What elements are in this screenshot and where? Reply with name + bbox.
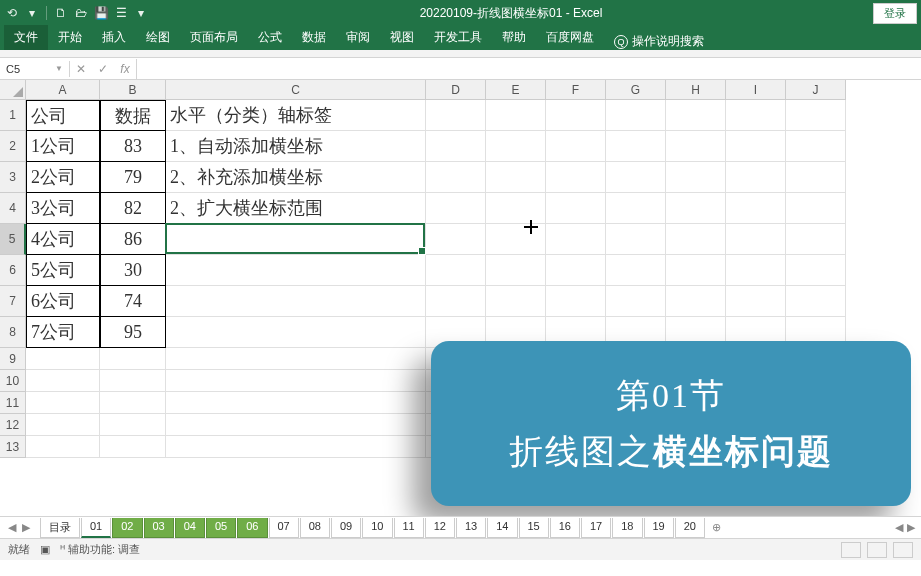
row-header-4[interactable]: 4 <box>0 193 26 224</box>
view-pagebreak-button[interactable] <box>893 542 913 558</box>
name-box[interactable]: C5 ▼ <box>0 61 70 77</box>
cell-G7[interactable] <box>606 286 666 317</box>
cell-J3[interactable] <box>786 162 846 193</box>
cell-F6[interactable] <box>546 255 606 286</box>
hscroll-right-icon[interactable]: ▶ <box>907 521 915 534</box>
accessibility-status[interactable]: ᴴ 辅助功能: 调查 <box>60 542 140 557</box>
cell-E1[interactable] <box>486 100 546 131</box>
cell-C9[interactable] <box>166 348 426 370</box>
sheet-tab-08[interactable]: 08 <box>300 518 330 538</box>
cell-C11[interactable] <box>166 392 426 414</box>
cell-C13[interactable] <box>166 436 426 458</box>
cell-E6[interactable] <box>486 255 546 286</box>
col-header-A[interactable]: A <box>26 80 100 100</box>
cell-H6[interactable] <box>666 255 726 286</box>
login-button[interactable]: 登录 <box>873 3 917 24</box>
worksheet-grid[interactable]: ABCDEFGHIJ 12345678910111213 公司数据水平（分类）轴… <box>0 80 921 516</box>
select-all-cell[interactable] <box>0 80 26 100</box>
row-header-6[interactable]: 6 <box>0 255 26 286</box>
cell-J7[interactable] <box>786 286 846 317</box>
qat-customize-icon[interactable]: ▾ <box>133 5 149 21</box>
cell-G4[interactable] <box>606 193 666 224</box>
cell-H7[interactable] <box>666 286 726 317</box>
cancel-formula-icon[interactable]: ✕ <box>70 59 92 79</box>
tab-file[interactable]: 文件 <box>4 25 48 50</box>
cell-I5[interactable] <box>726 224 786 255</box>
cell-A13[interactable] <box>26 436 100 458</box>
sheet-tab-09[interactable]: 09 <box>331 518 361 538</box>
cell-I3[interactable] <box>726 162 786 193</box>
cell-F3[interactable] <box>546 162 606 193</box>
file-open-icon[interactable]: 🗁 <box>73 5 89 21</box>
cell-F5[interactable] <box>546 224 606 255</box>
cell-I7[interactable] <box>726 286 786 317</box>
sheet-tab-01[interactable]: 01 <box>81 518 111 538</box>
cell-data-C4[interactable]: 2、扩大横坐标范围 <box>166 193 426 224</box>
row-header-8[interactable]: 8 <box>0 317 26 348</box>
tab-data[interactable]: 数据 <box>292 25 336 50</box>
cell-data-C8[interactable] <box>166 317 426 348</box>
sheet-tab-13[interactable]: 13 <box>456 518 486 538</box>
row-header-1[interactable]: 1 <box>0 100 26 131</box>
hscroll-left-icon[interactable]: ◀ <box>895 521 903 534</box>
sheet-tab-07[interactable]: 07 <box>269 518 299 538</box>
cell-B10[interactable] <box>100 370 166 392</box>
cell-data-B2[interactable]: 83 <box>100 131 166 162</box>
sheet-tab-11[interactable]: 11 <box>394 518 424 538</box>
row-header-12[interactable]: 12 <box>0 414 26 436</box>
cell-D4[interactable] <box>426 193 486 224</box>
cell-D7[interactable] <box>426 286 486 317</box>
row-header-5[interactable]: 5 <box>0 224 26 255</box>
sheet-tab-目录[interactable]: 目录 <box>40 518 80 538</box>
cell-data-B3[interactable]: 79 <box>100 162 166 193</box>
sheet-nav[interactable]: ◀▶ <box>6 521 32 534</box>
cell-data-C6[interactable] <box>166 255 426 286</box>
cell-J1[interactable] <box>786 100 846 131</box>
cell-J4[interactable] <box>786 193 846 224</box>
cell-F4[interactable] <box>546 193 606 224</box>
sheet-tab-17[interactable]: 17 <box>581 518 611 538</box>
row-header-13[interactable]: 13 <box>0 436 26 458</box>
tab-help[interactable]: 帮助 <box>492 25 536 50</box>
sheet-tab-16[interactable]: 16 <box>550 518 580 538</box>
sheet-tab-05[interactable]: 05 <box>206 518 236 538</box>
cell-A10[interactable] <box>26 370 100 392</box>
tab-baidu[interactable]: 百度网盘 <box>536 25 604 50</box>
name-box-dropdown-icon[interactable]: ▼ <box>55 64 63 73</box>
cell-data-A5[interactable]: 4公司 <box>26 224 100 255</box>
tab-view[interactable]: 视图 <box>380 25 424 50</box>
sheet-tab-15[interactable]: 15 <box>519 518 549 538</box>
cell-data-A1[interactable]: 公司 <box>26 100 100 131</box>
sheet-tab-04[interactable]: 04 <box>175 518 205 538</box>
tab-developer[interactable]: 开发工具 <box>424 25 492 50</box>
row-header-9[interactable]: 9 <box>0 348 26 370</box>
cell-H2[interactable] <box>666 131 726 162</box>
cell-F7[interactable] <box>546 286 606 317</box>
cell-G1[interactable] <box>606 100 666 131</box>
col-header-C[interactable]: C <box>166 80 426 100</box>
cell-data-C1[interactable]: 水平（分类）轴标签 <box>166 100 426 131</box>
tab-pagelayout[interactable]: 页面布局 <box>180 25 248 50</box>
cell-data-B4[interactable]: 82 <box>100 193 166 224</box>
row-header-7[interactable]: 7 <box>0 286 26 317</box>
sheet-tab-06[interactable]: 06 <box>237 518 267 538</box>
cell-C12[interactable] <box>166 414 426 436</box>
cell-I2[interactable] <box>726 131 786 162</box>
enter-formula-icon[interactable]: ✓ <box>92 59 114 79</box>
cell-data-B5[interactable]: 86 <box>100 224 166 255</box>
cell-H3[interactable] <box>666 162 726 193</box>
cell-data-A8[interactable]: 7公司 <box>26 317 100 348</box>
tab-home[interactable]: 开始 <box>48 25 92 50</box>
cell-data-A3[interactable]: 2公司 <box>26 162 100 193</box>
cell-J5[interactable] <box>786 224 846 255</box>
cell-D1[interactable] <box>426 100 486 131</box>
row-header-2[interactable]: 2 <box>0 131 26 162</box>
cell-I6[interactable] <box>726 255 786 286</box>
cell-data-B8[interactable]: 95 <box>100 317 166 348</box>
cell-A11[interactable] <box>26 392 100 414</box>
cell-B11[interactable] <box>100 392 166 414</box>
save-icon[interactable]: 💾 <box>93 5 109 21</box>
cell-E2[interactable] <box>486 131 546 162</box>
cell-F2[interactable] <box>546 131 606 162</box>
col-header-F[interactable]: F <box>546 80 606 100</box>
